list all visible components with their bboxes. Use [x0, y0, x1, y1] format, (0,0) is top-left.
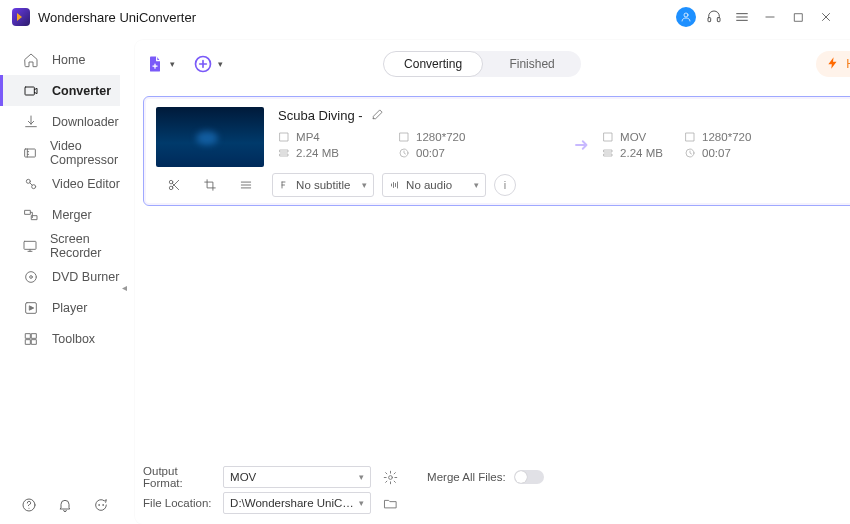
add-file-button[interactable]: ▾ [141, 50, 169, 78]
account-button[interactable] [672, 3, 700, 31]
crop-icon[interactable] [200, 175, 220, 195]
svg-rect-1 [708, 18, 711, 22]
video-thumbnail[interactable] [156, 107, 264, 167]
subtitle-icon [279, 179, 291, 191]
file-location-label: File Location: [143, 497, 215, 509]
edit-title-icon[interactable] [371, 107, 387, 123]
compressor-icon [22, 144, 38, 162]
source-format: MP4 [278, 131, 398, 143]
content-area: ▾ ▾ Converting Finished High Speed Conve… [121, 34, 850, 524]
tab-finished[interactable]: Finished [483, 51, 581, 77]
app-title: Wondershare UniConverter [38, 10, 196, 25]
recorder-icon [22, 237, 38, 255]
output-format-label: Output Format: [143, 465, 215, 489]
panel-footer: Output Format: MOV ▾ Merge All Files: Fi… [143, 464, 850, 516]
svg-rect-24 [32, 333, 37, 338]
chevron-down-icon: ▾ [362, 180, 367, 190]
sidebar-item-toolbox[interactable]: Toolbox [0, 323, 120, 354]
converter-icon [22, 82, 40, 100]
target-resolution: 1280*720 [684, 131, 766, 143]
file-location-select[interactable]: D:\Wondershare UniConverter ▾ [223, 492, 371, 514]
sidebar-item-editor[interactable]: Video Editor [0, 168, 120, 199]
headset-support-icon[interactable] [700, 3, 728, 31]
bolt-icon [826, 56, 840, 73]
sidebar-item-recorder[interactable]: Screen Recorder [0, 230, 120, 261]
window-maximize-icon[interactable] [784, 3, 812, 31]
sidebar-item-label: Player [52, 301, 87, 315]
svg-rect-33 [604, 133, 612, 141]
svg-rect-31 [280, 133, 288, 141]
output-settings-icon[interactable] [379, 466, 401, 488]
chevron-down-icon: ▾ [170, 59, 175, 69]
svg-rect-23 [26, 333, 31, 338]
svg-rect-7 [794, 13, 802, 21]
sidebar-item-label: Video Editor [52, 177, 120, 191]
chevron-down-icon: ▾ [359, 472, 364, 482]
svg-line-14 [30, 182, 33, 185]
svg-point-0 [684, 13, 688, 17]
sidebar-item-label: Merger [52, 208, 92, 222]
merge-all-toggle[interactable] [514, 470, 544, 484]
svg-rect-10 [25, 87, 34, 95]
svg-rect-25 [26, 339, 31, 344]
downloader-icon [22, 113, 40, 131]
feedback-icon[interactable] [92, 496, 110, 514]
help-icon[interactable] [20, 496, 38, 514]
sidebar-item-downloader[interactable]: Downloader [0, 106, 120, 137]
svg-rect-32 [400, 133, 408, 141]
source-duration: 00:07 [398, 147, 480, 159]
sidebar-item-dvd[interactable]: DVD Burner [0, 261, 120, 292]
editor-icon [22, 175, 40, 193]
window-minimize-icon[interactable] [756, 3, 784, 31]
top-toolbar: ▾ ▾ Converting Finished High Speed Conve… [135, 42, 850, 86]
tab-converting[interactable]: Converting [383, 51, 483, 77]
sidebar-item-converter[interactable]: Converter [0, 75, 120, 106]
target-format: MOV [602, 131, 684, 143]
sidebar-item-label: DVD Burner [52, 270, 119, 284]
sidebar-footer [20, 496, 110, 514]
high-speed-label: High Speed Conversion [846, 57, 850, 71]
sidebar-item-label: Screen Recorder [50, 232, 120, 260]
output-format-select[interactable]: MOV ▾ [223, 466, 371, 488]
audio-value: No audio [406, 179, 452, 191]
effects-icon[interactable] [236, 175, 256, 195]
info-icon[interactable]: i [494, 174, 516, 196]
merge-all-label: Merge All Files: [427, 471, 506, 483]
add-folder-button[interactable]: ▾ [189, 50, 217, 78]
high-speed-badge[interactable]: High Speed Conversion [816, 51, 850, 77]
source-size: 2.24 MB [278, 147, 398, 159]
status-tabs: Converting Finished [383, 51, 581, 77]
sidebar-item-label: Downloader [52, 115, 119, 129]
sidebar-item-player[interactable]: Player [0, 292, 120, 323]
sidebar-item-home[interactable]: Home [0, 44, 120, 75]
audio-dropdown[interactable]: No audio ▾ [382, 173, 486, 197]
chevron-down-icon: ▾ [218, 59, 223, 69]
sidebar-item-label: Toolbox [52, 332, 95, 346]
sidebar-item-merger[interactable]: Merger [0, 199, 120, 230]
player-icon [22, 299, 40, 317]
sidebar-item-label: Converter [52, 84, 111, 98]
trim-icon[interactable] [164, 175, 184, 195]
window-close-icon[interactable] [812, 3, 840, 31]
svg-point-20 [26, 271, 37, 282]
titlebar: Wondershare UniConverter [0, 0, 850, 34]
audio-icon [389, 179, 401, 191]
svg-line-42 [172, 183, 178, 189]
hamburger-menu-icon[interactable] [728, 3, 756, 31]
target-size: 2.24 MB [602, 147, 684, 159]
sidebar: Home Converter Downloader Video Compress… [0, 34, 121, 524]
svg-point-29 [103, 505, 104, 506]
svg-point-52 [388, 475, 392, 479]
thumbnail-tools [156, 175, 264, 195]
svg-rect-34 [686, 133, 694, 141]
bell-icon[interactable] [56, 496, 74, 514]
chevron-down-icon: ▾ [474, 180, 479, 190]
chevron-down-icon: ▾ [359, 498, 364, 508]
merger-icon [22, 206, 40, 224]
svg-rect-15 [25, 210, 30, 214]
svg-rect-26 [32, 339, 37, 344]
file-title: Scuba Diving - [278, 108, 363, 123]
open-folder-icon[interactable] [379, 492, 401, 514]
sidebar-item-compressor[interactable]: Video Compressor [0, 137, 120, 168]
subtitle-dropdown[interactable]: No subtitle ▾ [272, 173, 374, 197]
